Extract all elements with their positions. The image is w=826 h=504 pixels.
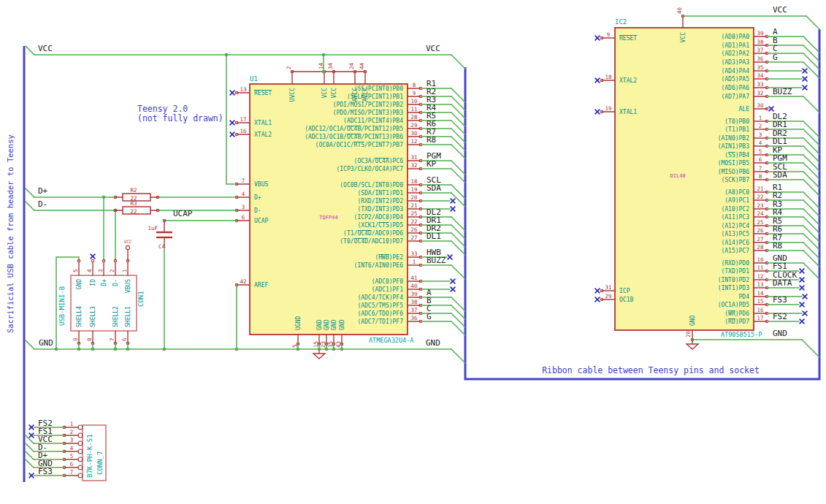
resistor-r2[interactable]: R222 — [114, 187, 159, 202]
wire[interactable] — [26, 188, 34, 197]
vcc-symbol[interactable]: VCC — [124, 239, 132, 261]
schematic-text: 25 — [410, 210, 417, 217]
wire[interactable] — [26, 459, 34, 467]
conn7-pin-7[interactable]: 7FS3 — [29, 467, 83, 478]
wire[interactable] — [451, 241, 465, 255]
net-label-DATA[interactable]: DATA — [773, 278, 792, 288]
wire[interactable] — [451, 217, 465, 231]
conn7-pin-1[interactable]: 1FS2 — [29, 419, 83, 430]
wire[interactable] — [451, 169, 465, 183]
wire[interactable] — [451, 233, 465, 247]
note-ribbon-cable[interactable]: Ribbon cable between Teensy pins and soc… — [482, 366, 819, 375]
net-label-D-[interactable]: D- — [38, 199, 47, 209]
wire[interactable] — [803, 45, 819, 61]
wire[interactable] — [806, 16, 819, 29]
wire[interactable] — [803, 163, 819, 179]
wire[interactable] — [451, 297, 465, 311]
net-label-VCC[interactable]: VCC — [773, 5, 787, 15]
wire[interactable] — [803, 243, 819, 259]
wire[interactable] — [26, 46, 34, 55]
wire[interactable] — [451, 96, 465, 110]
ground-symbol[interactable] — [687, 340, 698, 349]
wire[interactable] — [451, 349, 465, 363]
schematic-text: AT90S8515-P — [721, 331, 762, 338]
wire[interactable] — [803, 234, 819, 250]
net-label-FS2[interactable]: FS2 — [773, 312, 787, 321]
net-label-R8[interactable]: R8 — [427, 135, 436, 145]
net-label-GND[interactable]: GND — [773, 329, 787, 338]
wire[interactable] — [803, 37, 819, 53]
conn7-pin-4[interactable]: 4D- — [26, 443, 83, 454]
wire[interactable] — [803, 217, 819, 233]
wire[interactable] — [803, 121, 819, 137]
net-label-VCC[interactable]: VCC — [38, 44, 53, 53]
schematic-text: 9 — [413, 90, 416, 96]
net-label-SDA[interactable]: SDA — [773, 170, 787, 180]
wire[interactable] — [26, 451, 34, 459]
net-label-UCAP[interactable]: UCAP — [173, 209, 193, 218]
resistor-r3[interactable]: R322 — [114, 200, 159, 215]
wire[interactable] — [451, 145, 465, 159]
net-label-KP[interactable]: KP — [427, 159, 437, 169]
net-label-D+[interactable]: D+ — [38, 186, 48, 196]
wire[interactable] — [803, 96, 819, 112]
conn7-pin-2[interactable]: 2FS1 — [29, 427, 83, 438]
net-label-DL1[interactable]: DL1 — [427, 232, 441, 241]
wire[interactable] — [451, 305, 465, 319]
conn7-pin-6[interactable]: 6GND — [26, 459, 83, 470]
net-label-GND[interactable]: GND — [426, 338, 440, 348]
wire[interactable] — [451, 104, 465, 118]
wire[interactable] — [451, 88, 465, 102]
wire[interactable] — [451, 185, 465, 199]
schematic-text: 16 — [757, 307, 764, 313]
net-label-G[interactable]: G — [773, 53, 778, 62]
wire[interactable] — [26, 443, 34, 451]
net-label-SDA[interactable]: SDA — [427, 183, 441, 193]
wire[interactable] — [803, 209, 819, 225]
u1-chip[interactable]: U1ATMEGA32U4-ATQFP448(SS/PCINT0)PB0R19(S… — [230, 62, 465, 359]
wire[interactable] — [26, 202, 34, 210]
wire[interactable] — [451, 55, 465, 69]
wire[interactable] — [803, 172, 819, 188]
wire[interactable] — [802, 340, 819, 357]
wire[interactable] — [803, 200, 819, 216]
wire[interactable] — [803, 263, 819, 279]
capacitor-c4[interactable]: 1uFC4 — [148, 219, 172, 250]
net-label-FS3[interactable]: FS3 — [38, 467, 53, 476]
schematic-text: (AIN0)PB2 — [718, 135, 750, 142]
wire[interactable] — [451, 129, 465, 142]
wire[interactable] — [803, 226, 819, 242]
schematic-text: 7 — [70, 469, 74, 476]
wire[interactable] — [803, 138, 819, 154]
ic2-chip[interactable]: IC2AT90S8515-PDIL4039(AD0)PA0A38(AD1)PA1… — [595, 7, 819, 340]
wire[interactable] — [803, 180, 819, 196]
wire[interactable] — [451, 313, 465, 327]
wire[interactable] — [451, 121, 465, 134]
wire[interactable] — [803, 251, 819, 267]
wire[interactable] — [803, 155, 819, 171]
net-label-VCC[interactable]: VCC — [426, 44, 440, 53]
conn7-pin-3[interactable]: 3VCC — [26, 435, 83, 446]
wire[interactable] — [451, 225, 465, 239]
wire[interactable] — [451, 137, 465, 150]
note-usb-cable[interactable]: Sacrificial USB cable from header to Tee… — [6, 134, 15, 333]
wire[interactable] — [451, 321, 465, 335]
note-teensy[interactable]: Teensy 2.0 (not fully drawn) — [137, 104, 223, 123]
net-label-BUZZ[interactable]: BUZZ — [427, 256, 446, 265]
wire[interactable] — [803, 53, 819, 69]
wire[interactable] — [803, 192, 819, 208]
net-label-G[interactable]: G — [427, 312, 432, 321]
wire[interactable] — [803, 146, 819, 162]
conn7-pin-5[interactable]: 5D+ — [26, 451, 83, 462]
wire[interactable] — [451, 161, 465, 175]
net-label-GND[interactable]: GND — [39, 338, 53, 348]
conn7-connector[interactable]: B7K-PH-K-S1CONN_71FS22FS13VCC4D-5D+6GND7… — [26, 419, 106, 481]
wire[interactable] — [451, 265, 465, 279]
net-label-BUZZ[interactable]: BUZZ — [773, 87, 792, 96]
wire[interactable] — [803, 129, 819, 145]
con1-connector[interactable]: USB-MINI-BCON15GND4ID3D+2D-1VBUS9SHELL48… — [58, 239, 145, 349]
wire[interactable] — [26, 340, 34, 349]
net-label-FS3[interactable]: FS3 — [773, 295, 787, 305]
net-label-R8[interactable]: R8 — [773, 241, 782, 251]
wire[interactable] — [451, 112, 465, 126]
